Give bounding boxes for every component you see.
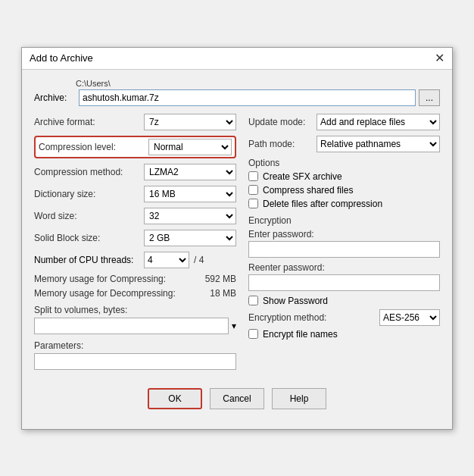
encrypt-names-label: Encrypt file names (263, 329, 338, 340)
archive-row: Archive: ... (34, 89, 440, 106)
compression-method-select[interactable]: LZMA2 LZMA PPMd (144, 164, 236, 180)
update-mode-row: Update mode: Add and replace files Updat… (248, 114, 440, 130)
create-sfx-row[interactable]: Create SFX archive (248, 171, 440, 182)
ok-button[interactable]: OK (148, 388, 202, 409)
archive-label: Archive: (34, 92, 76, 103)
compression-method-label: Compression method: (34, 167, 144, 177)
path-mode-select[interactable]: Relative pathnames Full pathnames Absolu… (317, 136, 440, 152)
enter-password-input[interactable] (248, 241, 440, 258)
dialog-title: Add to Archive (30, 52, 93, 64)
dictionary-size-label: Dictionary size: (34, 189, 144, 199)
split-input-row: ▾ (34, 318, 236, 334)
right-column: Update mode: Add and replace files Updat… (248, 114, 440, 374)
split-dropdown-icon: ▾ (232, 321, 236, 331)
show-password-row[interactable]: Show Password (248, 296, 440, 306)
show-password-checkbox[interactable] (248, 296, 258, 305)
encrypt-names-row[interactable]: Encrypt file names (248, 329, 440, 340)
memory-compress-row: Memory usage for Compressing: 592 MB (34, 274, 236, 284)
solid-block-row: Solid Block size: 1 GB 2 GB 4 GB (34, 230, 236, 246)
encrypt-names-checkbox[interactable] (248, 329, 258, 339)
reenter-password-input[interactable] (248, 274, 440, 291)
update-mode-label: Update mode: (248, 117, 317, 127)
encryption-section: Encryption Enter password: Reenter passw… (248, 215, 440, 340)
encryption-method-select[interactable]: AES-256 ZipCrypto (379, 309, 440, 326)
compression-level-label: Compression level: (39, 142, 148, 152)
parameters-section: Parameters: (34, 340, 236, 370)
memory-compress-label: Memory usage for Compressing: (34, 274, 205, 284)
memory-decompress-value: 18 MB (210, 288, 236, 299)
compress-shared-row[interactable]: Compress shared files (248, 185, 440, 196)
dictionary-size-select[interactable]: 8 MB 16 MB 32 MB (144, 186, 236, 202)
path-mode-row: Path mode: Relative pathnames Full pathn… (248, 136, 440, 152)
memory-decompress-row: Memory usage for Decompressing: 18 MB (34, 288, 236, 299)
archive-format-select[interactable]: 7z zip tar (144, 114, 236, 130)
title-bar: Add to Archive ✕ (22, 48, 452, 70)
archive-filename-input[interactable] (79, 89, 416, 106)
word-size-select[interactable]: 16 32 64 (144, 208, 236, 224)
archive-format-label: Archive format: (34, 117, 144, 127)
help-button[interactable]: Help (272, 388, 326, 409)
delete-after-label: Delete files after compression (263, 199, 382, 209)
button-row: OK Cancel Help (34, 388, 440, 420)
word-size-row: Word size: 16 32 64 (34, 208, 236, 224)
compress-shared-checkbox[interactable] (248, 185, 258, 195)
delete-after-checkbox[interactable] (248, 199, 258, 208)
threads-max: / 4 (194, 255, 204, 265)
enter-password-label: Enter password: (248, 229, 440, 240)
compress-shared-label: Compress shared files (263, 185, 353, 196)
update-mode-select[interactable]: Add and replace files Update and add fil… (317, 114, 440, 130)
split-label: Split to volumes, bytes: (34, 305, 236, 315)
delete-after-row[interactable]: Delete files after compression (248, 199, 440, 209)
threads-row: Number of CPU threads: 1 2 4 8 / 4 (34, 252, 236, 268)
split-input[interactable] (34, 318, 229, 334)
encryption-method-row: Encryption method: AES-256 ZipCrypto (248, 309, 440, 326)
show-password-label: Show Password (263, 296, 328, 306)
encryption-title: Encryption (248, 215, 440, 226)
path-mode-label: Path mode: (248, 139, 317, 149)
archive-format-row: Archive format: 7z zip tar (34, 114, 236, 130)
close-button[interactable]: ✕ (435, 52, 444, 64)
main-columns: Archive format: 7z zip tar Compression l… (34, 114, 440, 374)
parameters-label: Parameters: (34, 340, 236, 351)
create-sfx-checkbox[interactable] (248, 171, 258, 181)
reenter-password-label: Reenter password: (248, 262, 440, 273)
solid-block-select[interactable]: 1 GB 2 GB 4 GB (144, 230, 236, 246)
solid-block-label: Solid Block size: (34, 233, 144, 243)
threads-select[interactable]: 1 2 4 8 (144, 252, 189, 268)
create-sfx-label: Create SFX archive (263, 171, 342, 182)
dialog-content: C:\Users\ Archive: ... Archive format: 7… (22, 70, 452, 429)
memory-decompress-label: Memory usage for Decompressing: (34, 288, 210, 299)
split-section: Split to volumes, bytes: ▾ (34, 305, 236, 334)
memory-compress-value: 592 MB (205, 274, 236, 284)
parameters-input[interactable] (34, 353, 236, 370)
compression-level-select[interactable]: Store Fastest Fast Normal Maximum Ultra (148, 139, 232, 155)
word-size-label: Word size: (34, 211, 144, 221)
add-to-archive-dialog: Add to Archive ✕ C:\Users\ Archive: ... … (21, 47, 453, 430)
options-title: Options (248, 158, 440, 168)
archive-path-hint: C:\Users\ (76, 79, 440, 88)
left-column: Archive format: 7z zip tar Compression l… (34, 114, 236, 374)
options-group: Options Create SFX archive Compress shar… (248, 158, 440, 209)
encryption-method-label: Encryption method: (248, 312, 375, 323)
compression-level-row: Compression level: Store Fastest Fast No… (34, 136, 236, 158)
browse-button[interactable]: ... (419, 89, 440, 106)
compression-method-row: Compression method: LZMA2 LZMA PPMd (34, 164, 236, 180)
dictionary-size-row: Dictionary size: 8 MB 16 MB 32 MB (34, 186, 236, 202)
threads-label: Number of CPU threads: (34, 255, 144, 265)
cancel-button[interactable]: Cancel (210, 388, 264, 409)
